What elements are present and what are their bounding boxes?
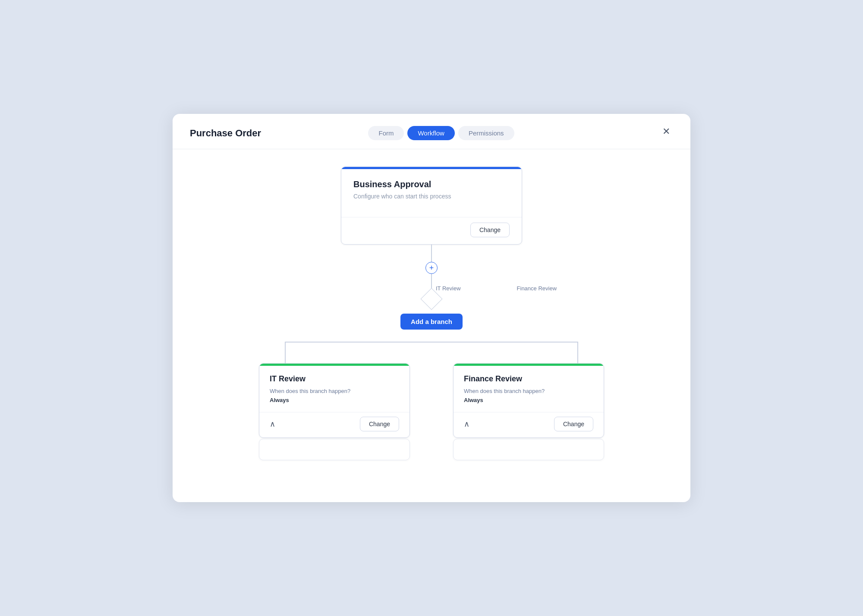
left-vertical-connector	[285, 342, 286, 363]
diamond-area: IT Review Finance Review Add a branch	[198, 291, 665, 342]
tab-group: Form Workflow Permissions	[368, 126, 514, 140]
it-review-when-label: When does this branch happen?	[270, 388, 350, 394]
finance-review-desc: When does this branch happen? Always	[464, 387, 593, 405]
finance-review-footer: ∧ Change	[454, 412, 604, 437]
finance-review-partial-card	[453, 439, 604, 460]
branch-row: IT Review When does this branch happen? …	[198, 363, 665, 460]
it-review-column: IT Review When does this branch happen? …	[259, 363, 410, 460]
approval-card: Business Approval Configure who can star…	[341, 167, 522, 245]
branch-label-left: IT Review	[436, 285, 461, 292]
horizontal-connector	[285, 342, 578, 343]
finance-review-card: Finance Review When does this branch hap…	[453, 363, 604, 438]
finance-review-collapse-button[interactable]: ∧	[464, 419, 469, 429]
approval-card-desc: Configure who can start this process	[353, 193, 510, 200]
approval-card-footer: Change	[341, 217, 522, 244]
approval-card-title: Business Approval	[353, 179, 510, 189]
close-button[interactable]: ✕	[659, 125, 673, 138]
it-review-change-button[interactable]: Change	[360, 417, 399, 431]
connector-1	[431, 245, 432, 262]
modal: Purchase Order Form Workflow Permissions…	[173, 114, 690, 502]
finance-review-always-label: Always	[464, 397, 483, 403]
modal-body: Business Approval Configure who can star…	[173, 149, 690, 502]
it-review-collapse-button[interactable]: ∧	[270, 419, 275, 429]
finance-review-when-label: When does this branch happen?	[464, 388, 545, 394]
tab-form[interactable]: Form	[368, 126, 404, 140]
finance-review-body: Finance Review When does this branch hap…	[454, 366, 604, 412]
it-review-card: IT Review When does this branch happen? …	[259, 363, 410, 438]
it-review-footer: ∧ Change	[259, 412, 409, 437]
finance-review-change-button[interactable]: Change	[554, 417, 593, 431]
add-step-button[interactable]: +	[425, 262, 438, 274]
workflow-container: Business Approval Configure who can star…	[198, 167, 665, 460]
tab-workflow[interactable]: Workflow	[407, 126, 454, 140]
finance-review-title: Finance Review	[464, 374, 593, 383]
approval-card-body: Business Approval Configure who can star…	[341, 169, 522, 217]
it-review-partial-card	[259, 439, 410, 460]
approval-change-button[interactable]: Change	[470, 223, 510, 237]
add-branch-button[interactable]: Add a branch	[400, 314, 463, 330]
it-review-title: IT Review	[270, 374, 399, 383]
it-review-body: IT Review When does this branch happen? …	[259, 366, 409, 412]
it-review-desc: When does this branch happen? Always	[270, 387, 399, 405]
finance-review-column: Finance Review When does this branch hap…	[453, 363, 604, 460]
modal-title: Purchase Order	[190, 128, 261, 139]
right-vertical-connector	[577, 342, 578, 363]
diamond-wrapper: IT Review Finance Review Add a branch	[280, 291, 583, 330]
modal-header: Purchase Order Form Workflow Permissions…	[173, 114, 690, 149]
tab-permissions[interactable]: Permissions	[458, 126, 514, 140]
branch-label-right: Finance Review	[517, 285, 557, 292]
it-review-always-label: Always	[270, 397, 289, 403]
